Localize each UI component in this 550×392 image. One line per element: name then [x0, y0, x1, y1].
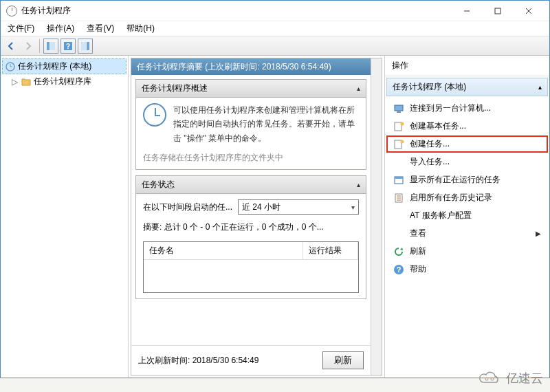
forward-button[interactable]: [21, 39, 36, 54]
action-import[interactable]: 导入任务...: [386, 153, 548, 171]
wizard-icon: [393, 121, 404, 132]
refresh-button[interactable]: 刷新: [322, 351, 364, 369]
svg-rect-1: [495, 8, 500, 14]
summary-pane: 任务计划程序摘要 (上次刷新时间: 2018/5/30 6:54:49) 任务计…: [129, 56, 384, 378]
action-create-task[interactable]: 创建任务...: [386, 135, 548, 153]
action-at-account[interactable]: AT 服务帐户配置: [386, 207, 548, 224]
action-show-running[interactable]: 显示所有正在运行的任务: [386, 171, 548, 188]
svg-rect-15: [395, 122, 402, 131]
tree-root-label: 任务计划程序 (本地): [18, 61, 91, 72]
task-list[interactable]: 任务名 运行结果: [143, 241, 359, 293]
svg-point-18: [401, 140, 404, 143]
svg-text:?: ?: [397, 265, 402, 274]
menu-file[interactable]: 文件(F): [8, 23, 34, 34]
overview-text: 可以使用任务计划程序来创建和管理计算机将在所指定的时间自动执行的常见任务。若要开…: [173, 103, 359, 145]
svg-rect-20: [395, 177, 403, 179]
clock-icon: [6, 6, 17, 17]
action-create-basic[interactable]: 创建基本任务...: [386, 118, 548, 135]
range-label: 在以下时间段启动的任...: [143, 202, 232, 213]
running-icon: [393, 175, 404, 186]
status-title[interactable]: 任务状态 ▴: [136, 176, 366, 194]
action-view[interactable]: 查看 ▶: [386, 225, 548, 242]
blank-icon: [393, 228, 404, 239]
menu-help[interactable]: 帮助(H): [126, 23, 155, 34]
window-controls: [451, 1, 544, 21]
svg-text:?: ?: [66, 43, 70, 50]
clock-icon: [6, 62, 15, 72]
status-panel: 任务状态 ▴ 在以下时间段启动的任... 近 24 小时 ▾: [135, 175, 366, 299]
blank-icon: [393, 210, 404, 221]
task-icon: [393, 139, 404, 150]
content-area: 任务计划程序 (本地) ▷ 任务计划程序库 任务计划程序摘要 (上次刷新时间: …: [1, 56, 549, 378]
range-combo[interactable]: 近 24 小时 ▾: [238, 199, 359, 215]
chevron-up-icon: ▴: [538, 83, 542, 91]
chevron-up-icon: ▴: [357, 181, 360, 188]
svg-rect-4: [47, 42, 50, 50]
task-scheduler-window: 任务计划程序 文件(F) 操作(A) 查看(V) 帮助(H) ? 任务计划程序 …: [0, 0, 550, 378]
window-title: 任务计划程序: [21, 5, 71, 17]
chevron-down-icon: ▾: [351, 204, 355, 211]
submenu-arrow-icon: ▶: [536, 230, 541, 237]
clock-icon: [143, 103, 166, 127]
menu-view[interactable]: 查看(V): [87, 23, 114, 34]
menu-bar: 文件(F) 操作(A) 查看(V) 帮助(H): [1, 21, 549, 36]
import-icon: [393, 157, 404, 168]
tree-library[interactable]: ▷ 任务计划程序库: [2, 74, 126, 89]
help-icon: ?: [393, 264, 404, 275]
scrollbar[interactable]: [371, 58, 382, 375]
actions-title: 操作: [385, 56, 549, 76]
svg-rect-5: [50, 42, 55, 50]
col-task-name[interactable]: 任务名: [144, 242, 303, 259]
refresh-icon: [393, 246, 404, 257]
computer-icon: [393, 103, 404, 114]
cloud-icon: [476, 371, 503, 378]
svg-rect-9: [87, 42, 89, 50]
overview-panel: 任务计划程序概述 ▴ 可以使用任务计划程序来创建和管理计算机将在所指定的时间自动…: [135, 79, 366, 170]
chevron-up-icon: ▴: [357, 85, 360, 92]
svg-point-27: [485, 378, 488, 378]
svg-rect-13: [395, 105, 403, 111]
svg-rect-8: [81, 42, 86, 50]
action-enable-history[interactable]: 启用所有任务历史记录: [386, 189, 548, 206]
overview-title[interactable]: 任务计划程序概述 ▴: [136, 80, 366, 98]
close-button[interactable]: [513, 1, 544, 21]
last-refresh-label: 上次刷新时间: 2018/5/30 6:54:49: [138, 355, 258, 367]
tree-pane: 任务计划程序 (本地) ▷ 任务计划程序库: [1, 56, 129, 378]
titlebar[interactable]: 任务计划程序: [1, 1, 549, 21]
scope-pane-button[interactable]: [43, 39, 58, 54]
overview-more: 任务存储在任务计划程序库的文件夹中: [143, 152, 359, 164]
action-pane-button[interactable]: [78, 39, 93, 54]
action-refresh[interactable]: 刷新: [386, 243, 548, 260]
actions-context[interactable]: 任务计划程序 (本地) ▴: [386, 78, 548, 96]
svg-rect-14: [397, 111, 401, 113]
status-digest: 摘要: 总计 0 个 - 0 个正在运行，0 个成功，0 个...: [143, 221, 359, 233]
footer: 上次刷新时间: 2018/5/30 6:54:49 刷新: [131, 345, 371, 375]
svg-rect-17: [395, 140, 402, 149]
folder-icon: [21, 77, 31, 87]
watermark: 亿速云: [476, 370, 543, 378]
toolbar: ?: [1, 36, 549, 56]
summary-header: 任务计划程序摘要 (上次刷新时间: 2018/5/30 6:54:49): [131, 58, 371, 75]
help-button[interactable]: ?: [60, 39, 76, 54]
task-list-header: 任务名 运行结果: [144, 242, 358, 260]
col-result[interactable]: 运行结果: [303, 242, 358, 259]
actions-pane: 操作 任务计划程序 (本地) ▴ 连接到另一台计算机... 创建基本任务... …: [384, 56, 549, 378]
tree-root[interactable]: 任务计划程序 (本地): [2, 58, 126, 74]
toolbar-separator: [39, 39, 40, 53]
svg-point-28: [491, 378, 494, 378]
svg-point-16: [401, 122, 404, 125]
minimize-button[interactable]: [451, 1, 482, 21]
action-connect[interactable]: 连接到另一台计算机...: [386, 100, 548, 117]
tree-library-label: 任务计划程序库: [34, 76, 91, 87]
expand-icon[interactable]: ▷: [10, 77, 19, 87]
history-icon: [393, 193, 404, 204]
back-button[interactable]: [3, 39, 19, 54]
maximize-button[interactable]: [482, 1, 513, 21]
action-help[interactable]: ? 帮助: [386, 261, 548, 278]
menu-action[interactable]: 操作(A): [47, 23, 74, 34]
